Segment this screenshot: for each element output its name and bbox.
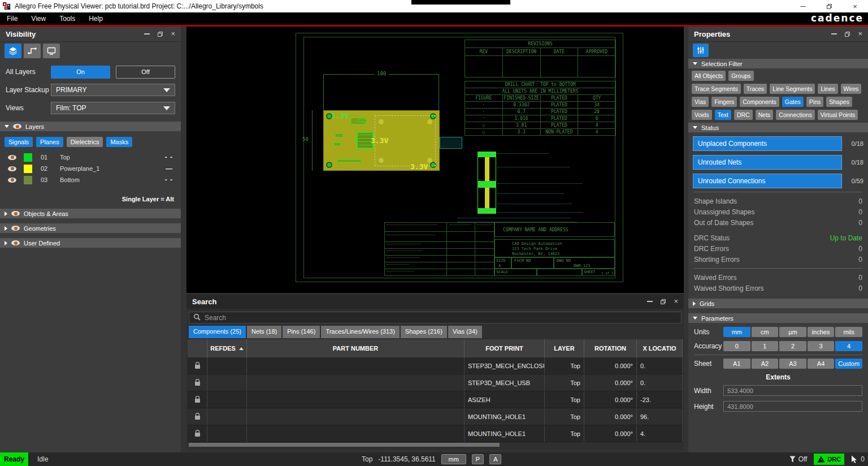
layers-section-header[interactable]: Layers [0,122,181,131]
eye-icon[interactable] [11,226,20,231]
eye-icon[interactable] [8,178,16,183]
units-option-mils[interactable]: mils [835,327,862,337]
float-icon[interactable] [158,32,163,37]
menu-item-view[interactable]: View [24,13,53,24]
column-header-lock[interactable] [188,339,207,357]
filter-gates[interactable]: Gates [782,97,804,107]
filter-shapes[interactable]: Shapes [826,97,852,107]
status-unrouted-nets[interactable]: Unrouted Nets [693,155,842,170]
filter-connections[interactable]: Connections [776,110,814,120]
status-unrouted-connections[interactable]: Unrouted Connections [693,174,842,188]
search-tab[interactable]: Shapes (216) [401,326,447,338]
units-option-mm[interactable]: mm [723,327,750,337]
filter-wires[interactable]: Wires [841,84,862,94]
search-panel-header[interactable]: Search × [186,294,684,309]
filter-text[interactable]: Text [715,110,731,120]
height-field[interactable]: 431.8000 [723,401,862,412]
sheet-option-A4[interactable]: A4 [808,359,835,369]
tune-icon[interactable] [693,44,709,57]
layer-tab-planes[interactable]: Planes [36,137,63,147]
search-tab[interactable]: Components (25) [189,326,246,338]
section-header-geometries[interactable]: Geometries [0,223,181,233]
column-header-PART NUMBER[interactable]: PART NUMBER [247,339,465,357]
drc-status-badge[interactable]: DRC [814,454,844,465]
layer-row[interactable]: 02Powerplane_1— [0,163,181,174]
filter-fingers[interactable]: Fingers [711,97,737,107]
units-option-inches[interactable]: inches [808,327,835,337]
layer-tab-dielectrics[interactable]: Dielectrics [67,137,103,147]
minimize-icon[interactable] [831,33,837,34]
visibility-panel-header[interactable]: Visibility × [0,27,181,42]
width-field[interactable]: 533.4000 [723,385,862,396]
column-header-X LOCATIO[interactable]: X LOCATIO [637,339,683,357]
accuracy-option-4[interactable]: 4 [835,341,862,351]
p-button[interactable]: P [472,454,484,464]
sheet-option-A1[interactable]: A1 [723,359,750,369]
units-option-cm[interactable]: cm [752,327,779,337]
sheet-option-Custom[interactable]: Custom [835,359,862,369]
table-row[interactable]: MOUNTING_HOLE1Top0.000°96. [188,408,683,425]
all-layers-on-button[interactable]: On [51,66,110,79]
table-row[interactable]: STEP3D_MECH_ENCLOSURETop0.000°0. [188,357,683,374]
units-button[interactable]: mm [441,454,466,464]
layers-icon[interactable] [5,44,21,58]
layer-color-swatch[interactable] [24,153,32,162]
filter-virtual-points[interactable]: Virtual Points [818,110,858,120]
filter-drc[interactable]: DRC [734,110,753,120]
accuracy-option-2[interactable]: 2 [779,341,806,351]
accuracy-option-1[interactable]: 1 [752,341,779,351]
accuracy-option-3[interactable]: 3 [808,341,835,351]
properties-panel-header[interactable]: Properties × [688,27,868,42]
eye-icon[interactable] [11,240,20,245]
column-header-FOOT PRINT[interactable]: FOOT PRINT [465,339,545,357]
window-restore-button[interactable] [816,0,842,12]
search-tab[interactable]: Traces/Lines/Wires (313) [321,326,399,338]
filter-all-objects[interactable]: All Objects [692,71,726,81]
minimize-icon[interactable] [144,33,150,34]
eye-icon[interactable] [8,155,16,160]
accuracy-option-0[interactable]: 0 [723,341,750,351]
sheet-option-A2[interactable]: A2 [752,359,779,369]
filter-traces[interactable]: Traces [744,84,767,94]
menu-item-file[interactable]: File [0,13,24,24]
table-row[interactable]: STEP3D_MECH_USBTop0.000°0. [188,374,683,391]
status-section-header[interactable]: Status [688,123,868,132]
search-tab[interactable]: Pins (146) [283,326,320,338]
all-layers-off-button[interactable]: Off [116,66,175,79]
menu-item-tools[interactable]: Tools [53,13,82,24]
search-tab[interactable]: Nets (18) [247,326,281,338]
table-row[interactable]: MOUNTING_HOLE1Top0.000°4. [188,425,683,442]
filter-trace-segments[interactable]: Trace Segments [692,84,741,94]
window-minimize-button[interactable] [790,0,816,12]
window-close-button[interactable]: × [842,0,868,12]
section-header-user-defined[interactable]: User Defined [0,238,181,248]
minimize-icon[interactable] [647,301,653,302]
filter-voids[interactable]: Voids [692,110,712,120]
filter-lines[interactable]: Lines [818,84,837,94]
selection-filter-header[interactable]: Selection Filter [688,59,868,68]
horizontal-scrollbar[interactable] [189,443,500,447]
layer-color-swatch[interactable] [24,165,32,173]
views-select[interactable]: Film: TOP [51,102,175,114]
search-input[interactable]: Search [189,312,682,323]
parameters-section-header[interactable]: Parameters [688,313,868,323]
net-icon[interactable] [24,44,41,58]
filter-toggle[interactable]: Off [789,455,808,463]
section-header-objects-areas[interactable]: Objects & Areas [0,209,181,218]
monitor-icon[interactable] [43,44,60,58]
column-header-LAYER[interactable]: LAYER [545,339,584,357]
filter-pins[interactable]: Pins [806,97,823,107]
eye-icon[interactable] [13,124,21,129]
layer-color-swatch[interactable] [24,176,32,184]
pcb-canvas[interactable]: REVISIONSREVDESCRIPTIONDATEAPPROVEDDRILL… [186,27,684,293]
status-unplaced-components[interactable]: Unplaced Components [693,136,842,151]
filter-line-segments[interactable]: Line Segments [770,84,815,94]
float-icon[interactable] [845,32,850,37]
filter-groups[interactable]: Groups [728,71,753,81]
search-tab[interactable]: Vias (34) [448,326,482,338]
column-header-REFDES[interactable]: REFDES [207,339,247,357]
close-icon[interactable]: × [171,31,175,37]
layer-row[interactable]: 03Bottom- - [0,174,181,185]
close-icon[interactable]: × [858,31,862,37]
grids-section-header[interactable]: Grids [688,299,868,308]
